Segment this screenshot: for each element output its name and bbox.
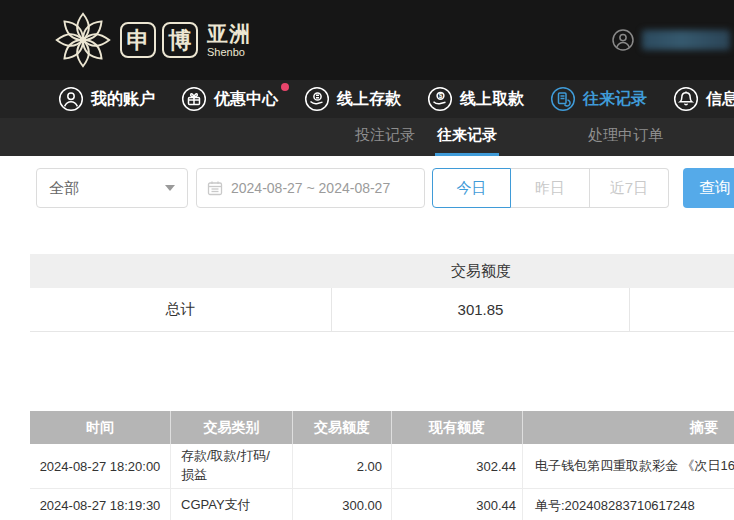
nav-label: 往来记录 [583,89,647,110]
date-range-input[interactable]: 2024-08-27 ~ 2024-08-27 [196,168,425,208]
tab-transaction-records[interactable]: 往来记录 [435,118,499,156]
nav-item-transactions[interactable]: 往来记录 [550,86,647,112]
cell-type: 存款/取款/打码/损益 [171,444,293,488]
summary-total-label: 总计 [30,288,332,331]
chevron-down-icon [165,185,175,191]
type-select[interactable]: 全部 [36,168,188,208]
brand-logo[interactable]: 申 博 亚洲 Shenbo [52,10,251,70]
logo-region-text: 亚洲 [207,23,251,44]
col-header-summary: 摘要 [523,411,734,444]
nav-item-messages[interactable]: 信息 [673,86,734,112]
summary-total-row: 总计 301.85 [30,288,734,332]
logo-char-shen: 申 [120,22,156,58]
col-header-amount: 交易额度 [293,411,392,444]
tab-pending-orders[interactable]: 处理中订单 [586,118,665,156]
filter-bar: 全部 2024-08-27 ~ 2024-08-27 今日 昨日 近7日 查询 [36,168,734,208]
main-nav: 我的账户 优惠中心 线上存款 [0,80,734,118]
col-header-time: 时间 [30,411,171,444]
cell-type: CGPAY支付 [171,489,293,520]
cell-balance: 300.44 [392,489,523,520]
records-table-header: 时间 交易类别 交易额度 现有额度 摘要 [30,411,734,444]
app-header: 申 博 亚洲 Shenbo [0,0,734,80]
date-range-value: 2024-08-27 ~ 2024-08-27 [231,180,390,196]
today-button[interactable]: 今日 [432,168,511,208]
bell-icon [673,86,699,112]
cell-time: 2024-08-27 18:20:00 [30,444,171,488]
summary-empty-cell [630,288,734,331]
calendar-icon [207,180,223,196]
user-account-area[interactable] [611,28,730,52]
query-button[interactable]: 查询 [683,168,734,208]
user-icon [58,86,84,112]
tab-betting-records[interactable]: 投注记录 [353,118,417,156]
logo-region: 亚洲 Shenbo [207,23,251,58]
type-select-value: 全部 [49,179,79,198]
summary-table-header: 交易额度 [30,254,734,288]
nav-item-promotions[interactable]: 优惠中心 [181,86,278,112]
nav-item-withdraw[interactable]: $ 线上取款 [427,86,524,112]
nav-item-my-account[interactable]: 我的账户 [58,86,155,112]
col-header-balance: 现有额度 [392,411,523,444]
notification-dot [281,83,289,91]
records-icon [550,86,576,112]
cell-summary: 电子钱包第四重取款彩金 《次日16 [523,444,734,488]
withdraw-coin-icon: $ [427,86,453,112]
yesterday-button[interactable]: 昨日 [511,168,590,208]
nav-label: 我的账户 [91,89,155,110]
user-avatar-icon [611,28,635,52]
gift-icon [181,86,207,112]
cell-amount: 300.00 [293,489,392,520]
quick-date-group: 今日 昨日 近7日 [432,168,669,208]
summary-header-amount: 交易额度 [332,254,630,288]
masked-username [642,30,730,50]
nav-label: 优惠中心 [214,89,278,110]
last7days-button[interactable]: 近7日 [590,168,669,208]
nav-item-deposit[interactable]: 线上存款 [304,86,401,112]
summary-table: 交易额度 总计 301.85 [30,254,734,332]
cell-summary: 单号:202408283710617248 [523,489,734,520]
records-table: 时间 交易类别 交易额度 现有额度 摘要 2024-08-27 18:20:00… [30,411,734,520]
flower-logo-icon [52,10,114,70]
nav-label: 线上取款 [460,89,524,110]
deposit-coin-icon [304,86,330,112]
table-row: 2024-08-27 18:20:00 存款/取款/打码/损益 2.00 302… [30,444,734,489]
summary-total-value: 301.85 [332,288,630,331]
nav-label: 信息 [706,89,734,110]
svg-text:$: $ [439,92,443,100]
logo-char-bo: 博 [162,22,198,58]
col-header-type: 交易类别 [171,411,293,444]
cell-balance: 302.44 [392,444,523,488]
cell-amount: 2.00 [293,444,392,488]
table-row: 2024-08-27 18:19:30 CGPAY支付 300.00 300.4… [30,489,734,520]
nav-label: 线上存款 [337,89,401,110]
cell-time: 2024-08-27 18:19:30 [30,489,171,520]
record-tabs: 投注记录 往来记录 处理中订单 [0,118,734,156]
logo-sub-text: Shenbo [207,47,251,58]
